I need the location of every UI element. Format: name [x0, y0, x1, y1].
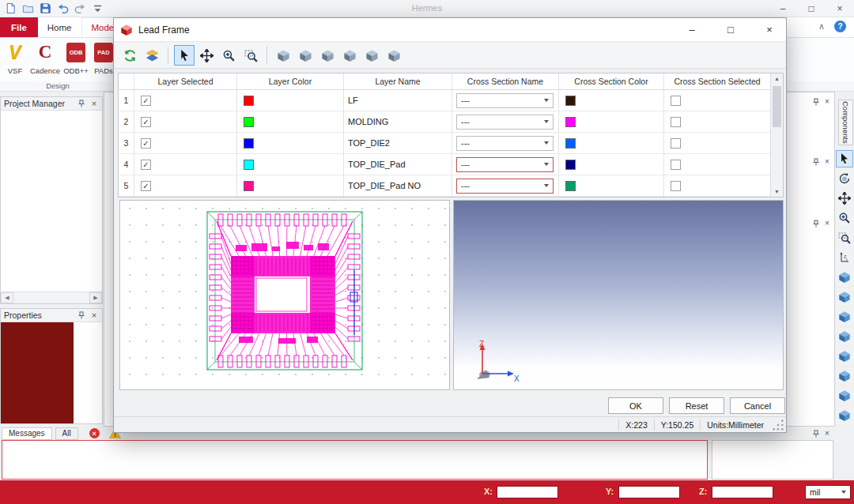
pin-icon[interactable] [811, 429, 821, 438]
dock-view-cube-4[interactable] [836, 328, 853, 345]
vertical-scrollbar[interactable]: ▲ ▼ [770, 73, 783, 197]
restore-button[interactable]: □ [797, 0, 826, 17]
layer-color-swatch[interactable] [244, 138, 254, 149]
error-icon[interactable]: × [89, 428, 100, 438]
layer-selected-checkbox[interactable] [141, 117, 151, 127]
dialog-close-button[interactable]: × [753, 18, 786, 41]
cross-section-color-swatch[interactable] [565, 96, 576, 106]
cross-section-color-swatch[interactable] [565, 160, 576, 170]
cross-section-selected-checkbox[interactable] [671, 181, 681, 191]
project-tree[interactable] [1, 111, 102, 278]
tab-home[interactable]: Home [38, 17, 81, 37]
dock-view-cube-2[interactable] [836, 288, 853, 306]
cross-section-selected-checkbox[interactable] [671, 96, 681, 106]
cross-section-selected-checkbox[interactable] [671, 160, 681, 170]
2d-preview-viewport[interactable] [119, 200, 450, 390]
dock-view-cube-5[interactable] [836, 348, 853, 365]
dock-zoom-window-tool[interactable] [836, 229, 853, 246]
dock-view-cube-6[interactable] [836, 367, 853, 385]
resize-grip[interactable] [772, 419, 784, 431]
cross-section-selected-checkbox[interactable] [671, 138, 681, 149]
layer-selected-checkbox[interactable] [141, 160, 151, 170]
help-icon[interactable]: ? [834, 21, 846, 32]
z-coordinate-input[interactable] [712, 486, 773, 498]
close-icon[interactable]: × [825, 219, 829, 228]
cancel-button[interactable]: Cancel [730, 397, 785, 414]
horizontal-scrollbar[interactable]: ◀ ▶ [1, 291, 102, 303]
cross-section-color-swatch[interactable] [565, 117, 576, 127]
pin-icon[interactable] [811, 219, 821, 228]
components-tab[interactable]: Components [838, 100, 853, 145]
view-cube-2-button[interactable] [295, 45, 316, 66]
3d-preview-viewport[interactable]: Z X [453, 200, 784, 390]
cross-section-color-swatch[interactable] [565, 181, 576, 191]
cross-section-name-select[interactable]: --- [456, 136, 554, 151]
cross-section-name-select[interactable]: --- [456, 115, 554, 130]
cross-section-selected-checkbox[interactable] [671, 117, 681, 127]
layer-color-swatch[interactable] [244, 181, 254, 191]
pin-icon[interactable] [77, 310, 86, 320]
secondary-output[interactable] [712, 440, 833, 480]
scrollbar-thumb[interactable] [773, 86, 781, 127]
pin-icon[interactable] [77, 99, 86, 108]
minimize-button[interactable]: – [769, 0, 797, 17]
layer-selected-checkbox[interactable] [141, 138, 151, 149]
layer-selected-checkbox[interactable] [141, 96, 151, 106]
close-icon[interactable]: × [89, 310, 99, 320]
layer-color-swatch[interactable] [244, 96, 254, 106]
refresh-button[interactable] [119, 45, 140, 66]
close-button[interactable]: × [826, 0, 854, 17]
cross-section-name-select[interactable]: --- [456, 157, 554, 172]
cross-section-name-select[interactable]: --- [456, 93, 554, 108]
scroll-up-button[interactable]: ▲ [774, 76, 780, 81]
dialog-maximize-button[interactable]: □ [714, 18, 747, 41]
zoom-window-button[interactable] [240, 45, 261, 66]
unit-select[interactable]: mil [805, 485, 851, 499]
zoom-tool-button[interactable] [218, 45, 239, 66]
pin-icon[interactable] [811, 97, 821, 107]
dock-rotate-view-tool[interactable] [836, 170, 853, 187]
dock-pan-tool[interactable] [836, 190, 853, 207]
select-tool-button[interactable] [174, 45, 195, 66]
pan-tool-button[interactable] [196, 45, 217, 66]
pin-icon[interactable] [811, 157, 821, 167]
tab-file[interactable]: File [0, 17, 38, 37]
view-cube-5-button[interactable] [361, 45, 382, 66]
ok-button[interactable]: OK [608, 397, 663, 414]
close-icon[interactable]: × [825, 157, 829, 166]
cross-section-color-swatch[interactable] [565, 138, 576, 149]
view-cube-1-button[interactable] [273, 45, 293, 66]
layer-color-swatch[interactable] [244, 117, 254, 127]
dock-view-cube-3[interactable] [836, 308, 853, 325]
dialog-minimize-button[interactable]: – [675, 18, 709, 41]
ribbon-item-vsf[interactable]: V VSF [2, 40, 28, 75]
layer-color-swatch[interactable] [244, 160, 254, 170]
dock-axis-orientation-tool[interactable]: zt [836, 249, 853, 266]
collapse-ribbon-icon[interactable]: ∧ [818, 21, 825, 32]
close-icon[interactable]: × [825, 97, 829, 106]
dock-view-cube-8[interactable] [836, 407, 853, 424]
cross-section-name-select[interactable]: --- [456, 179, 554, 194]
dock-select-tool[interactable] [836, 150, 853, 167]
tab-messages[interactable]: Messages [2, 427, 52, 440]
messages-output[interactable] [2, 440, 708, 480]
reset-button[interactable]: Reset [669, 397, 724, 414]
scroll-left-button[interactable]: ◀ [1, 292, 13, 303]
layer-selected-checkbox[interactable] [141, 181, 151, 191]
view-cube-6-button[interactable] [384, 45, 404, 66]
dock-view-cube-1[interactable] [836, 269, 853, 286]
scroll-right-button[interactable]: ▶ [89, 292, 102, 303]
y-coordinate-input[interactable] [618, 486, 680, 498]
view-cube-3-button[interactable] [317, 45, 338, 66]
scroll-down-button[interactable]: ▼ [774, 189, 780, 194]
layers-button[interactable] [142, 45, 162, 66]
dock-zoom-tool[interactable] [836, 209, 853, 227]
view-cube-4-button[interactable] [339, 45, 360, 66]
close-icon[interactable]: × [825, 429, 829, 438]
close-icon[interactable]: × [89, 99, 99, 108]
ribbon-item-odb[interactable]: ODB ODB++ [62, 40, 90, 75]
tab-all[interactable]: All [55, 427, 78, 440]
dock-view-cube-7[interactable] [836, 387, 853, 404]
x-coordinate-input[interactable] [497, 486, 558, 498]
ribbon-item-cadence[interactable]: C Cadence [28, 40, 62, 75]
